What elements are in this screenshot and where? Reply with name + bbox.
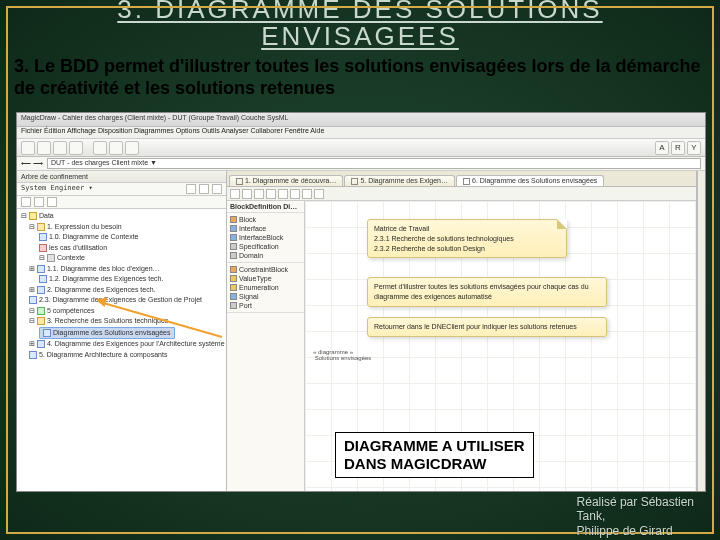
- toolbar-button[interactable]: [109, 141, 123, 155]
- palette-item[interactable]: Specification: [230, 242, 301, 251]
- palette-item[interactable]: Signal: [230, 292, 301, 301]
- tree-item[interactable]: les cas d'utilisation: [19, 243, 224, 254]
- mini-button[interactable]: [290, 189, 300, 199]
- app-toolbar[interactable]: A R Y: [17, 139, 705, 157]
- mini-button[interactable]: [230, 189, 240, 199]
- sticky-note[interactable]: Matrice de Travail 2.3.1 Recherche de so…: [367, 219, 567, 258]
- palette-item[interactable]: Domain: [230, 251, 301, 260]
- right-collapsed-pane[interactable]: [697, 171, 705, 491]
- mini-button[interactable]: [21, 197, 31, 207]
- toolbar-button[interactable]: R: [671, 141, 685, 155]
- mini-button[interactable]: [212, 184, 222, 194]
- slide-subtitle: 3. Le BDD permet d'illustrer toutes les …: [0, 51, 720, 102]
- tree-item[interactable]: ⊞ 1.1. Diagramme des bloc d'exigen…: [19, 264, 224, 275]
- tree-item[interactable]: ⊟ Contexte: [19, 253, 224, 264]
- left-pane: Arbre de confinement System Engineer ▾ ⊟…: [17, 171, 227, 491]
- mini-button[interactable]: [47, 197, 57, 207]
- mini-button[interactable]: [34, 197, 44, 207]
- toolbar-button[interactable]: Y: [687, 141, 701, 155]
- tree-item[interactable]: ⊟ 3. Recherche des Solutions techniques: [19, 316, 224, 327]
- diagram-tab[interactable]: 5. Diagramme des Exigen…: [344, 175, 455, 186]
- diagram-element-label: « diagramme » Solutions envisagées: [313, 349, 371, 361]
- mini-button[interactable]: [199, 184, 209, 194]
- app-titlebar: MagicDraw - Cahier des charges (Client m…: [17, 113, 705, 127]
- mini-button[interactable]: [302, 189, 312, 199]
- tree-item[interactable]: ⊞ 2. Diagramme des Exigences tech.: [19, 285, 224, 296]
- palette-item[interactable]: Block: [230, 215, 301, 224]
- canvas-toolbar[interactable]: [227, 187, 696, 201]
- tree-item[interactable]: 2.3. Diagramme des Exigences de Gestion …: [19, 295, 224, 306]
- sticky-note[interactable]: Permet d'illustrer toutes les solutions …: [367, 277, 607, 307]
- diagram-tab[interactable]: 1. Diagramme de découvra…: [229, 175, 343, 186]
- toolbar-button[interactable]: [53, 141, 67, 155]
- tree-item[interactable]: 1.0. Diagramme de Contexte: [19, 232, 224, 243]
- path-input[interactable]: DUT - des charges Client mixte ▼: [47, 158, 701, 169]
- mini-button[interactable]: [314, 189, 324, 199]
- tree-item[interactable]: ⊟ 1. Expression du besoin: [19, 222, 224, 233]
- left-pane-header: Arbre de confinement: [17, 171, 226, 183]
- tab-row[interactable]: 1. Diagramme de découvra… 5. Diagramme d…: [227, 171, 696, 187]
- palette-item[interactable]: ConstraintBlock: [230, 265, 301, 274]
- toolbar-button[interactable]: A: [655, 141, 669, 155]
- tree-item[interactable]: ⊟ Data: [19, 211, 224, 222]
- mini-button[interactable]: [278, 189, 288, 199]
- tree-item[interactable]: 1.2. Diagramme des Exigences tech.: [19, 274, 224, 285]
- toolbar-button[interactable]: [125, 141, 139, 155]
- mini-button[interactable]: [266, 189, 276, 199]
- left-pane-toolbar[interactable]: System Engineer ▾: [17, 183, 226, 196]
- tree-item[interactable]: 5. Diagramme Architecture à composants: [19, 350, 224, 361]
- palette-section-title: BlockDefinition Di…: [227, 201, 304, 213]
- path-row: ⟵ ⟶ DUT - des charges Client mixte ▼: [17, 157, 705, 171]
- app-menubar[interactable]: Fichier Édition Affichage Disposition Di…: [17, 127, 705, 139]
- slide-title: 3. DIAGRAMME DES SOLUTIONS ENVISAGEES: [0, 0, 720, 51]
- palette-item[interactable]: Interface: [230, 224, 301, 233]
- toolbar-button[interactable]: [69, 141, 83, 155]
- toolbar-button[interactable]: [37, 141, 51, 155]
- palette-item[interactable]: Enumeration: [230, 283, 301, 292]
- mini-button[interactable]: [186, 184, 196, 194]
- mini-button[interactable]: [254, 189, 264, 199]
- credit-text: Réalisé par Sébastien Tank, Philippe de …: [577, 495, 694, 538]
- toolbar-button[interactable]: [21, 141, 35, 155]
- diagram-tab-active[interactable]: 6. Diagramme des Solutions envisagées: [456, 175, 604, 186]
- tree-item[interactable]: ⊞ 4. Diagramme des Exigences pour l'Arch…: [19, 339, 224, 350]
- left-pane-filter[interactable]: [17, 196, 226, 209]
- palette-item[interactable]: ValueType: [230, 274, 301, 283]
- mini-button[interactable]: [242, 189, 252, 199]
- element-palette[interactable]: BlockDefinition Di… Block Interface Inte…: [227, 201, 305, 491]
- palette-item[interactable]: Port: [230, 301, 301, 310]
- containment-tree[interactable]: ⊟ Data ⊟ 1. Expression du besoin 1.0. Di…: [17, 209, 226, 491]
- palette-item[interactable]: InterfaceBlock: [230, 233, 301, 242]
- sticky-note[interactable]: Retourner dans le DNEClient pour indique…: [367, 317, 607, 337]
- toolbar-button[interactable]: [93, 141, 107, 155]
- callout-box: DIAGRAMME A UTILISER DANS MAGICDRAW: [335, 432, 534, 478]
